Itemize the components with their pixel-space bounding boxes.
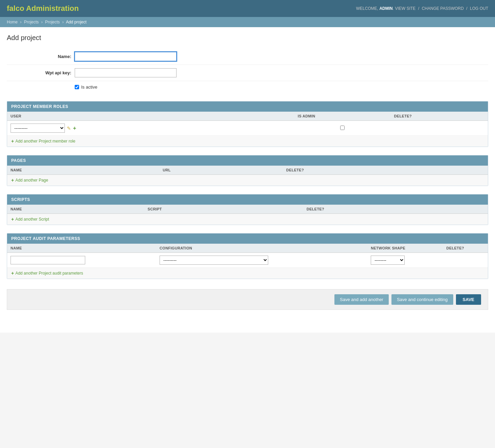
th-page-url: URL <box>159 166 283 175</box>
pages-table: NAME URL DELETE? <box>7 166 488 175</box>
table-row: --------- ✎ + <box>7 121 488 136</box>
header-nav: WELCOME, ADMIN. VIEW SITE / CHANGE PASSW… <box>356 6 488 11</box>
add-another-script-link[interactable]: + Add another Script <box>11 217 49 222</box>
scripts-header: SCRIPTS <box>7 194 488 205</box>
audit-delete-cell <box>443 253 488 268</box>
audit-name-input[interactable] <box>11 256 85 264</box>
user-select-wrapper: --------- ✎ + <box>11 124 291 133</box>
breadcrumb: Home › Projects › Projects › Add project <box>0 17 495 27</box>
is-admin-checkbox[interactable] <box>340 126 345 130</box>
th-audit-name: NAME <box>7 244 156 253</box>
th-script-name: NAME <box>7 205 144 214</box>
add-icon[interactable]: + <box>73 125 76 131</box>
audit-config-cell: --------- <box>156 253 367 268</box>
save-and-continue-editing-button[interactable]: Save and continue editing <box>391 294 453 305</box>
scripts-table: NAME SCRIPT DELETE? <box>7 205 488 214</box>
sep1: / <box>418 6 419 11</box>
scripts-header-row: NAME SCRIPT DELETE? <box>7 205 488 214</box>
page-title: Add project <box>7 34 488 42</box>
add-another-script-row: + Add another Script <box>7 214 488 225</box>
pages-header-row: NAME URL DELETE? <box>7 166 488 175</box>
delete-member-cell <box>391 121 488 136</box>
change-password-link[interactable]: CHANGE PASSWORD <box>422 6 464 11</box>
wpt-api-key-input[interactable] <box>75 68 177 77</box>
add-another-script-label: Add another Script <box>15 217 49 222</box>
scripts-section: SCRIPTS NAME SCRIPT DELETE? + Add anothe… <box>7 194 488 225</box>
add-another-member-link[interactable]: + Add another Project member role <box>11 138 75 144</box>
th-user: USER <box>7 112 294 121</box>
save-and-add-another-button[interactable]: Save and add another <box>334 294 389 305</box>
add-another-page-link[interactable]: + Add another Page <box>11 178 48 183</box>
breadcrumb-current: Add project <box>66 20 87 24</box>
add-another-page-row: + Add another Page <box>7 175 488 186</box>
configuration-select[interactable]: --------- <box>160 256 268 265</box>
is-admin-cell <box>294 121 391 136</box>
audit-name-cell <box>7 253 156 268</box>
admin-name: ADMIN <box>379 6 392 11</box>
add-another-audit-row: + Add another Project audit parameters <box>7 268 488 279</box>
project-member-roles-section: PROJECT MEMBER ROLES USER IS ADMIN DELET… <box>7 101 488 147</box>
add-another-page-label: Add another Page <box>15 178 48 183</box>
wpt-api-key-field-row: Wpt api key: <box>7 65 488 81</box>
site-title: falco Administration <box>7 4 79 13</box>
th-audit-delete: DELETE? <box>443 244 488 253</box>
action-bar: Save and add another Save and continue e… <box>7 289 488 310</box>
add-another-member-row: + Add another Project member role <box>7 136 488 147</box>
pages-header: PAGES <box>7 155 488 166</box>
is-active-row: Is active <box>7 81 488 93</box>
th-audit-network: NETWORK SHAPE <box>367 244 443 253</box>
name-input[interactable] <box>75 52 177 61</box>
main-content: Add project Name: Wpt api key: Is active… <box>0 27 495 333</box>
user-select[interactable]: --------- <box>11 124 65 133</box>
site-header: falco Administration WELCOME, ADMIN. VIE… <box>0 0 495 17</box>
th-script-script: SCRIPT <box>144 205 303 214</box>
audit-network-cell: -------- <box>367 253 443 268</box>
audit-params-section: PROJECT AUDIT PARAMETERSS NAME CONFIGURA… <box>7 233 488 279</box>
audit-params-row: --------- -------- <box>7 253 488 268</box>
audit-params-header: PROJECT AUDIT PARAMETERSS <box>7 234 488 244</box>
config-select-wrapper: --------- <box>160 256 364 265</box>
network-shape-select[interactable]: -------- <box>371 256 405 265</box>
view-site-link[interactable]: VIEW SITE <box>395 6 416 11</box>
th-audit-config: CONFIGURATION <box>156 244 367 253</box>
add-another-audit-label: Add another Project audit parameters <box>15 271 83 276</box>
breadcrumb-projects[interactable]: Projects <box>45 20 60 24</box>
add-another-member-label: Add another Project member role <box>15 139 75 144</box>
th-page-name: NAME <box>7 166 159 175</box>
welcome-text: WELCOME, <box>356 6 378 11</box>
pages-section: PAGES NAME URL DELETE? + Add another Pag… <box>7 155 488 186</box>
breadcrumb-sep3: › <box>62 20 63 24</box>
th-delete-member: DELETE? <box>391 112 488 121</box>
plus-icon-script: + <box>11 217 14 222</box>
user-select-cell: --------- ✎ + <box>7 121 294 136</box>
plus-icon-page: + <box>11 178 14 183</box>
log-out-link[interactable]: LOG OUT <box>470 6 488 11</box>
th-page-delete: DELETE? <box>283 166 488 175</box>
is-active-label: Is active <box>81 85 97 90</box>
audit-params-table: NAME CONFIGURATION NETWORK SHAPE DELETE?… <box>7 244 488 268</box>
network-select-wrapper: -------- <box>371 256 440 265</box>
th-script-delete: DELETE? <box>303 205 488 214</box>
audit-params-header-row: NAME CONFIGURATION NETWORK SHAPE DELETE? <box>7 244 488 253</box>
plus-icon: + <box>11 138 14 144</box>
project-member-roles-table: USER IS ADMIN DELETE? --------- ✎ + <box>7 112 488 136</box>
table-header-row: USER IS ADMIN DELETE? <box>7 112 488 121</box>
name-label: Name: <box>7 54 75 59</box>
add-another-audit-link[interactable]: + Add another Project audit parameters <box>11 270 83 276</box>
project-member-roles-header: PROJECT MEMBER ROLES <box>7 101 488 112</box>
breadcrumb-projects-parent[interactable]: Projects <box>24 20 39 24</box>
sep2: / <box>466 6 467 11</box>
breadcrumb-sep2: › <box>41 20 42 24</box>
th-is-admin: IS ADMIN <box>294 112 391 121</box>
plus-icon-audit: + <box>11 270 14 276</box>
wpt-api-key-label: Wpt api key: <box>7 70 75 75</box>
breadcrumb-home[interactable]: Home <box>7 20 18 24</box>
name-field-row: Name: <box>7 49 488 65</box>
is-active-checkbox[interactable] <box>75 85 79 89</box>
breadcrumb-sep1: › <box>20 20 21 24</box>
edit-icon[interactable]: ✎ <box>67 126 71 131</box>
save-button[interactable]: SAVE <box>456 294 481 305</box>
